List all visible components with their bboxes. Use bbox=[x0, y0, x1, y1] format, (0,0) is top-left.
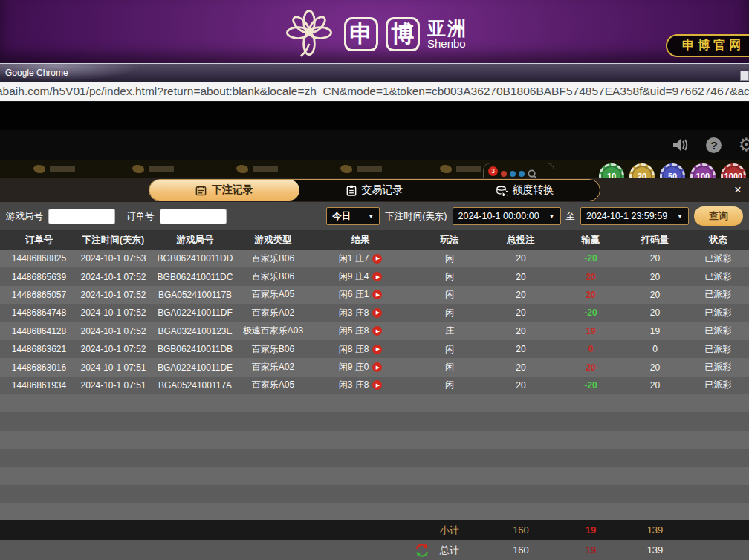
coin-transfer-icon bbox=[496, 185, 508, 196]
bet-chip[interactable]: 10 bbox=[599, 163, 624, 178]
cell-round-id: BGA0524100117B bbox=[149, 286, 241, 304]
total-win-loss: 19 bbox=[559, 540, 623, 560]
site-logo: 申 博 亚洲 Shenbo bbox=[282, 5, 467, 63]
refresh-icon[interactable] bbox=[415, 543, 429, 558]
cell-win-loss: -20 bbox=[559, 250, 623, 267]
nav-menu-item[interactable] bbox=[236, 165, 278, 173]
cell-turnover: 19 bbox=[623, 322, 687, 340]
play-icon[interactable]: ▶ bbox=[372, 380, 382, 390]
cell-round-id: BGB062410011DD bbox=[149, 250, 241, 267]
cell-bet-time: 2024-10-1 07:51 bbox=[78, 377, 149, 394]
table-row[interactable]: 14486863621 2024-10-1 07:52 BGB062410011… bbox=[0, 340, 749, 358]
cell-round-id: BGA0524100117A bbox=[149, 377, 241, 394]
play-icon[interactable]: ▶ bbox=[372, 362, 382, 372]
table-row[interactable]: 14486865639 2024-10-1 07:52 BGB062410011… bbox=[0, 267, 749, 285]
bet-chip[interactable]: 50 bbox=[660, 163, 685, 178]
game-round-input[interactable] bbox=[48, 209, 115, 224]
cell-total-bet: 20 bbox=[483, 304, 559, 322]
play-icon[interactable]: ▶ bbox=[372, 308, 382, 318]
table-row[interactable]: 14486868825 2024-10-1 07:53 BGB062410011… bbox=[0, 250, 749, 267]
column-header: 玩法 bbox=[416, 230, 483, 250]
table-row[interactable]: 14486865057 2024-10-1 07:52 BGA052410011… bbox=[0, 286, 749, 304]
nav-menu-item[interactable] bbox=[440, 165, 482, 173]
column-header: 游戏局号 bbox=[149, 230, 241, 250]
column-header: 总投注 bbox=[483, 230, 559, 250]
date-range-select[interactable]: 今日 ▼ bbox=[326, 207, 380, 225]
cell-play-type: 闲 bbox=[416, 358, 483, 376]
search-icon[interactable] bbox=[528, 169, 537, 179]
modal-tab-bar: 下注记录 交易记录 bbox=[0, 178, 749, 202]
tab-credit-transfer[interactable]: 额度转换 bbox=[450, 180, 600, 201]
official-site-button[interactable]: 申博官网 bbox=[666, 34, 749, 57]
total-row: 总计 160 19 139 bbox=[0, 540, 749, 560]
play-icon[interactable]: ▶ bbox=[372, 326, 382, 336]
cell-turnover: 0 bbox=[623, 340, 687, 358]
cell-bet-time: 2024-10-1 07:52 bbox=[78, 286, 149, 304]
bet-chip[interactable]: 100 bbox=[690, 163, 716, 178]
cell-total-bet: 20 bbox=[483, 286, 559, 304]
cell-result: 闲3 庄8 ▶ bbox=[305, 304, 416, 322]
chevron-down-icon: ▼ bbox=[677, 213, 683, 220]
window-control-button[interactable] bbox=[740, 71, 749, 81]
volume-icon[interactable] bbox=[672, 137, 690, 152]
table-row[interactable]: 14486863016 2024-10-1 07:51 BGA022410011… bbox=[0, 358, 749, 376]
cell-result: 闲9 庄0 ▶ bbox=[305, 358, 416, 376]
bet-time-label: 下注时间(美东) bbox=[385, 210, 447, 223]
cell-play-type: 闲 bbox=[416, 377, 483, 394]
cell-game-type: 百家乐B06 bbox=[241, 340, 305, 358]
total-total-bet: 160 bbox=[483, 540, 559, 560]
cell-play-type: 闲 bbox=[416, 340, 483, 358]
play-icon[interactable]: ▶ bbox=[372, 272, 382, 281]
bet-chip[interactable]: 20 bbox=[629, 163, 655, 178]
nav-menu-item[interactable] bbox=[340, 165, 382, 173]
cell-game-type: 极速百家乐A03 bbox=[241, 322, 305, 340]
cell-round-id: BGA022410011DF bbox=[149, 304, 241, 322]
column-header: 订单号 bbox=[0, 230, 78, 250]
subtotal-win-loss: 19 bbox=[559, 520, 623, 540]
play-icon[interactable]: ▶ bbox=[372, 345, 382, 354]
browser-title-bar: Google Chrome bbox=[0, 63, 749, 82]
url-text: abaih.com/h5V01/pc/index.html?return=abo… bbox=[0, 82, 749, 101]
start-time-select[interactable]: 2024-10-1 00:00:00 ▼ bbox=[453, 207, 561, 225]
order-id-input[interactable] bbox=[160, 209, 227, 224]
table-row[interactable]: 14486864748 2024-10-1 07:52 BGA022410011… bbox=[0, 304, 749, 322]
cell-play-type: 闲 bbox=[416, 286, 483, 304]
table-row[interactable]: 14486864128 2024-10-1 07:52 BGA032410012… bbox=[0, 322, 749, 340]
column-header: 输赢 bbox=[559, 230, 623, 250]
settings-gear-icon[interactable]: ⚙ bbox=[738, 134, 749, 155]
cell-total-bet: 20 bbox=[483, 250, 559, 267]
bet-chip[interactable]: 1000 bbox=[721, 163, 746, 178]
cell-bet-time: 2024-10-1 07:52 bbox=[78, 267, 149, 285]
end-time-select[interactable]: 2024-10-1 23:59:59 ▼ bbox=[580, 207, 689, 225]
play-icon[interactable]: ▶ bbox=[372, 254, 382, 264]
cell-win-loss: 19 bbox=[559, 322, 623, 340]
close-icon[interactable]: × bbox=[734, 183, 742, 196]
screen: 申 博 亚洲 Shenbo 申博官网 Google Chrome abaih.c… bbox=[0, 0, 749, 560]
cell-win-loss: 0 bbox=[559, 340, 623, 358]
column-header: 下注时间(美东) bbox=[78, 230, 149, 250]
browser-url-bar[interactable]: abaih.com/h5V01/pc/index.html?return=abo… bbox=[0, 82, 749, 102]
cell-turnover: 20 bbox=[623, 377, 687, 394]
nav-menu-item[interactable] bbox=[33, 165, 75, 173]
table-row[interactable]: 14486861934 2024-10-1 07:51 BGA052410011… bbox=[0, 377, 749, 394]
cell-game-type: 百家乐B06 bbox=[241, 267, 305, 285]
cell-status: 已派彩 bbox=[687, 358, 749, 376]
order-id-label: 订单号 bbox=[126, 210, 155, 223]
search-button[interactable]: 查询 bbox=[694, 206, 743, 226]
clipboard-icon bbox=[346, 185, 357, 196]
play-icon[interactable]: ▶ bbox=[372, 290, 382, 299]
tab-bet-records[interactable]: 下注记录 bbox=[149, 180, 299, 201]
result-text: 闲3 庄8 bbox=[339, 379, 369, 391]
cell-total-bet: 20 bbox=[483, 377, 559, 394]
tab-transaction-records[interactable]: 交易记录 bbox=[299, 180, 450, 201]
cell-result: 闲5 庄8 ▶ bbox=[305, 322, 416, 340]
cell-order-id: 14486861934 bbox=[0, 377, 78, 394]
nav-menu-item[interactable] bbox=[132, 165, 174, 173]
nav-item-icon bbox=[132, 165, 144, 173]
result-text: 闲5 庄8 bbox=[339, 325, 369, 337]
subtotal-row: 小计 160 19 139 bbox=[0, 520, 749, 540]
browser-window-title: Google Chrome bbox=[0, 64, 749, 82]
cell-order-id: 14486868825 bbox=[0, 250, 78, 267]
notice-cluster[interactable]: 3 bbox=[483, 163, 554, 178]
help-icon[interactable]: ? bbox=[706, 137, 722, 153]
